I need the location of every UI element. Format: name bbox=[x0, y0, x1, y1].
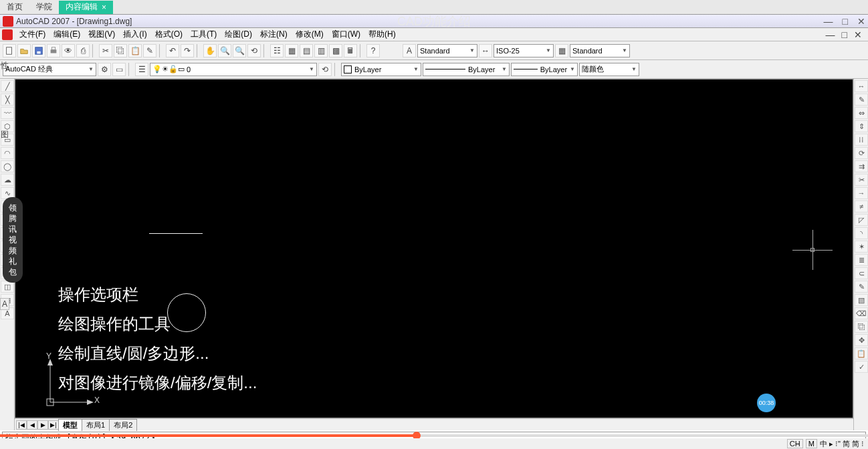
menu-insert[interactable]: 插入(I) bbox=[120, 28, 149, 41]
mirror-h-tool[interactable]: ⇔ bbox=[855, 107, 868, 119]
doc-minimize-button[interactable]: — bbox=[826, 29, 835, 40]
side-panel-properties[interactable]: 性 bbox=[1, 60, 9, 71]
workspace-save-button[interactable]: ▭ bbox=[112, 63, 126, 76]
sheetset-button[interactable]: ▥ bbox=[314, 44, 328, 57]
menu-view[interactable]: 视图(V) bbox=[86, 28, 118, 41]
text-style-select[interactable]: Standard▼ bbox=[417, 44, 477, 57]
break-tool[interactable]: ≠ bbox=[855, 200, 868, 212]
new-button[interactable] bbox=[3, 44, 16, 57]
ime-m[interactable]: M bbox=[806, 439, 817, 448]
menu-help[interactable]: 帮助(H) bbox=[366, 28, 399, 41]
layer-select[interactable]: 💡 ☀ 🔓 ▭ 0 ▼ bbox=[150, 63, 317, 76]
tool-palettes-button[interactable]: ▤ bbox=[300, 44, 313, 57]
close-icon[interactable]: × bbox=[102, 3, 106, 12]
match-button[interactable]: ✎ bbox=[143, 44, 156, 57]
tab-model[interactable]: 模型 bbox=[58, 419, 82, 431]
tencent-promo[interactable]: 领腾讯视频礼包 bbox=[3, 197, 23, 283]
menu-dim[interactable]: 标注(N) bbox=[257, 28, 290, 41]
ime-ch[interactable]: CH bbox=[787, 439, 803, 448]
rotate-tool[interactable]: ⟳ bbox=[855, 147, 868, 159]
save-button[interactable] bbox=[32, 44, 45, 57]
offset-tool[interactable]: ⇉ bbox=[855, 160, 868, 172]
copy-button[interactable]: ⿻ bbox=[114, 44, 127, 57]
explode-tool[interactable]: ✶ bbox=[855, 241, 868, 253]
window-close-button[interactable]: ✕ bbox=[857, 16, 865, 27]
menu-format[interactable]: 格式(O) bbox=[152, 28, 185, 41]
menu-draw[interactable]: 绘图(D) bbox=[222, 28, 255, 41]
help-button[interactable]: ? bbox=[366, 44, 380, 57]
tab-layout1[interactable]: 布局1 bbox=[82, 419, 110, 431]
tab-nav-last[interactable]: ▶| bbox=[48, 420, 59, 430]
copy2-tool[interactable]: ⿻ bbox=[855, 321, 868, 333]
edit-tool[interactable]: ✎ bbox=[855, 281, 868, 293]
tab-layout2[interactable]: 布局2 bbox=[109, 419, 137, 431]
fillet-tool[interactable]: ◝ bbox=[855, 227, 868, 239]
align-tool[interactable]: ≣ bbox=[855, 254, 868, 266]
overlay-line-4: 对图像进行镜像/偏移/复制... bbox=[58, 368, 257, 398]
window-minimize-button[interactable]: — bbox=[824, 16, 833, 27]
dist-tool[interactable]: ↔ bbox=[855, 80, 868, 92]
paste-tool[interactable]: 📋 bbox=[855, 347, 868, 359]
menu-modify[interactable]: 修改(M) bbox=[293, 28, 326, 41]
lineweight-select[interactable]: ByLayer▼ bbox=[511, 63, 578, 76]
move2-tool[interactable]: ✥ bbox=[855, 334, 868, 346]
extend-tool[interactable]: → bbox=[855, 187, 868, 199]
grad-tool[interactable]: ▧ bbox=[855, 294, 868, 306]
menu-window[interactable]: 窗口(W) bbox=[329, 28, 363, 41]
menu-file[interactable]: 文件(F) bbox=[17, 28, 48, 41]
join-tool[interactable]: ⊂ bbox=[855, 267, 868, 279]
drawing-canvas[interactable]: Y X 操作选项栏 绘图操作的工具 绘制直线/圆/多边形... 对图像进行镜像/… bbox=[15, 79, 853, 418]
workspace-settings-button[interactable]: ⚙ bbox=[98, 63, 111, 76]
doc-close-button[interactable]: ✕ bbox=[854, 29, 862, 40]
array-tool[interactable]: ⁞⁞ bbox=[855, 134, 868, 146]
undo-button[interactable]: ↶ bbox=[166, 44, 179, 57]
properties-button[interactable]: ☷ bbox=[270, 44, 284, 57]
side-panel-views[interactable]: 图 bbox=[1, 129, 9, 140]
window-maximize-button[interactable]: □ bbox=[843, 16, 848, 27]
tab-edit[interactable]: 内容编辑 × bbox=[59, 1, 113, 14]
trim-tool[interactable]: ✂ bbox=[855, 174, 868, 186]
tab-nav-first[interactable]: |◀ bbox=[16, 420, 27, 430]
doc-maximize-button[interactable]: □ bbox=[842, 29, 847, 40]
tab-college-label: 学院 bbox=[36, 1, 52, 13]
tablestyle-icon[interactable]: ▦ bbox=[555, 44, 568, 57]
layer-props-button[interactable]: ☰ bbox=[135, 63, 148, 76]
side-panel-a[interactable]: A bbox=[0, 298, 9, 310]
paste-button[interactable]: 📋 bbox=[128, 44, 142, 57]
match-tool[interactable]: ✓ bbox=[855, 361, 868, 373]
design-center-button[interactable]: ▦ bbox=[285, 44, 298, 57]
video-progress-bar[interactable] bbox=[0, 434, 868, 437]
erase-tool[interactable]: ⌫ bbox=[855, 307, 868, 319]
workspace-select[interactable]: AutoCAD 经典▼ bbox=[3, 63, 96, 76]
menu-edit[interactable]: 编辑(E) bbox=[51, 28, 83, 41]
zoom-prev-button[interactable]: ⟲ bbox=[247, 44, 261, 57]
ime-rest[interactable]: 中 ▸ ⁝" 简 简 ⁝ bbox=[820, 439, 864, 449]
cut-button[interactable]: ✂ bbox=[99, 44, 112, 57]
linetype-select[interactable]: ByLayer▼ bbox=[423, 63, 510, 76]
publish-button[interactable]: ⎙ bbox=[76, 44, 90, 57]
textstyle-icon[interactable]: A bbox=[403, 44, 416, 57]
hatch-edit-tool[interactable]: ✎ bbox=[855, 94, 868, 106]
tab-nav-prev[interactable]: ◀ bbox=[27, 420, 37, 430]
redo-button[interactable]: ↷ bbox=[181, 44, 194, 57]
print-button[interactable] bbox=[47, 44, 60, 57]
quickcalc-button[interactable]: 🖩 bbox=[344, 44, 357, 57]
open-button[interactable] bbox=[17, 44, 31, 57]
tab-nav-next[interactable]: ▶ bbox=[37, 420, 48, 430]
tab-college[interactable]: 学院 bbox=[29, 1, 59, 14]
dimstyle-icon[interactable]: ↔ bbox=[479, 44, 492, 57]
dim-style-select[interactable]: ISO-25▼ bbox=[494, 44, 554, 57]
menu-tools[interactable]: 工具(T) bbox=[188, 28, 219, 41]
tab-home[interactable]: 首页 bbox=[0, 1, 29, 14]
plotstyle-select[interactable]: 随颜色▼ bbox=[579, 63, 639, 76]
layer-prev-button[interactable]: ⟲ bbox=[318, 63, 332, 76]
chamfer-tool[interactable]: ◸ bbox=[855, 214, 868, 226]
zoom-rt-button[interactable]: 🔍 bbox=[218, 44, 231, 57]
table-style-select[interactable]: Standard▼ bbox=[570, 44, 630, 57]
color-select[interactable]: ByLayer▼ bbox=[341, 63, 421, 76]
plot-preview-button[interactable]: 👁 bbox=[62, 44, 75, 57]
pan-button[interactable]: ✋ bbox=[203, 44, 217, 57]
mirror-v-tool[interactable]: ⇕ bbox=[855, 120, 868, 132]
markup-button[interactable]: ▩ bbox=[329, 44, 342, 57]
zoom-win-button[interactable]: 🔍 bbox=[233, 44, 246, 57]
